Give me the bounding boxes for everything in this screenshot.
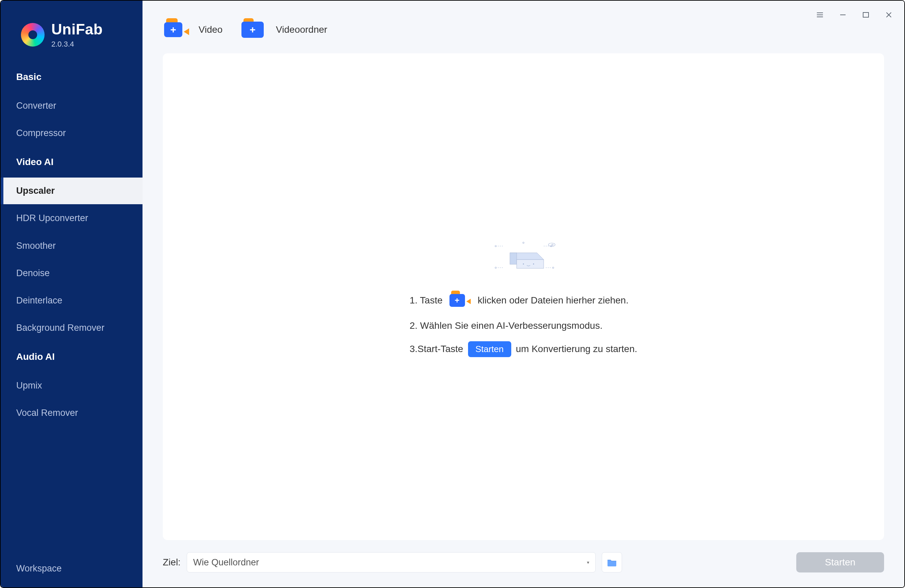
nav-item-hdr-upconverter[interactable]: HDR Upconverter xyxy=(1,205,143,231)
step-2-text: 2. Wählen Sie einen AI-Verbesserungsmodu… xyxy=(410,320,602,331)
nav: Basic Converter Compressor Video AI Upsc… xyxy=(1,62,143,426)
destination-label: Ziel: xyxy=(163,557,181,568)
step-1-prefix: 1. Taste xyxy=(410,295,443,306)
destination-select[interactable]: Wie Quellordner ▾ xyxy=(187,552,596,572)
maximize-icon[interactable] xyxy=(861,10,871,20)
nav-item-background-remover[interactable]: Background Remover xyxy=(1,315,143,341)
svg-point-13 xyxy=(552,244,553,246)
brand-logo-icon xyxy=(21,23,44,47)
step-3: 3.Start-Taste Starten um Konvertierung z… xyxy=(410,341,637,357)
nav-item-upscaler[interactable]: Upscaler xyxy=(1,178,143,204)
svg-rect-4 xyxy=(863,13,868,17)
add-video-button[interactable]: + Video xyxy=(164,18,222,41)
step-2: 2. Wählen Sie einen AI-Verbesserungsmodu… xyxy=(410,320,637,331)
window-controls xyxy=(814,10,894,20)
nav-item-denoise[interactable]: Denoise xyxy=(1,260,143,287)
start-chip: Starten xyxy=(468,341,511,357)
add-video-label: Video xyxy=(198,24,222,35)
step-3-suffix: um Konvertierung zu starten. xyxy=(516,344,638,354)
svg-rect-15 xyxy=(510,253,517,264)
nav-item-workspace[interactable]: Workspace xyxy=(1,556,143,580)
close-icon[interactable] xyxy=(883,10,894,20)
svg-point-22 xyxy=(553,267,554,268)
svg-rect-16 xyxy=(517,260,544,268)
nav-item-smoother[interactable]: Smoother xyxy=(1,233,143,259)
add-video-inline-icon: + xyxy=(449,291,471,310)
bottombar: Ziel: Wie Quellordner ▾ Starten xyxy=(143,552,904,587)
svg-point-11 xyxy=(523,242,524,243)
svg-point-9 xyxy=(495,246,496,247)
chevron-down-icon: ▾ xyxy=(587,559,589,565)
svg-point-17 xyxy=(523,263,524,264)
step-3-prefix: 3.Start-Taste xyxy=(410,344,463,354)
app-window: UniFab 2.0.3.4 Basic Converter Compresso… xyxy=(0,0,905,588)
add-folder-label: Videoordner xyxy=(276,24,327,35)
add-video-icon: + xyxy=(164,18,190,41)
step-1-suffix: klicken oder Dateien hierher ziehen. xyxy=(478,295,629,306)
sidebar: UniFab 2.0.3.4 Basic Converter Compresso… xyxy=(1,1,143,587)
browse-folder-button[interactable] xyxy=(602,552,622,572)
folder-icon xyxy=(607,558,617,567)
nav-section-basic: Basic xyxy=(1,62,143,92)
nav-section-video-ai: Video AI xyxy=(1,147,143,177)
steps: 1. Taste + klicken oder Dateien hierher … xyxy=(410,291,637,357)
destination-value: Wie Quellordner xyxy=(193,557,259,568)
nav-item-upmix[interactable]: Upmix xyxy=(1,372,143,399)
add-folder-icon: + xyxy=(241,18,267,41)
topbar: + Video + Videoordner xyxy=(143,1,904,53)
step-1: 1. Taste + klicken oder Dateien hierher … xyxy=(410,291,637,310)
start-button[interactable]: Starten xyxy=(796,552,884,572)
drop-zone[interactable]: 1. Taste + klicken oder Dateien hierher … xyxy=(163,53,884,540)
brand: UniFab 2.0.3.4 xyxy=(1,1,143,62)
brand-name: UniFab xyxy=(51,21,103,38)
nav-item-vocal-remover[interactable]: Vocal Remover xyxy=(1,399,143,426)
nav-section-audio-ai: Audio AI xyxy=(1,342,143,372)
nav-item-converter[interactable]: Converter xyxy=(1,92,143,119)
minimize-icon[interactable] xyxy=(837,10,848,20)
add-folder-button[interactable]: + Videoordner xyxy=(241,18,327,41)
nav-item-compressor[interactable]: Compressor xyxy=(1,120,143,146)
brand-version: 2.0.3.4 xyxy=(51,40,103,49)
menu-icon[interactable] xyxy=(814,10,825,20)
svg-point-21 xyxy=(495,267,496,268)
start-button-label: Starten xyxy=(825,557,855,568)
drop-illustration-icon xyxy=(479,237,567,277)
main: + Video + Videoordner xyxy=(143,1,904,587)
nav-item-deinterlace[interactable]: Deinterlace xyxy=(1,287,143,314)
svg-point-18 xyxy=(533,263,534,264)
